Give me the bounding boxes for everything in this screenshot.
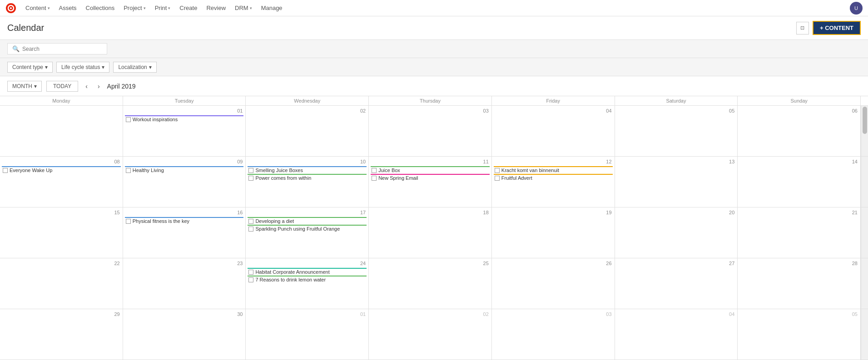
header-thursday: Thursday: [369, 96, 492, 105]
day-cell: 08 Everyone Wake Up: [0, 157, 123, 207]
day-cell: 01: [246, 309, 369, 360]
month-view-button[interactable]: MONTH ▾: [7, 81, 42, 92]
day-cell: 03: [369, 106, 492, 156]
day-cell: 05: [738, 309, 861, 360]
chevron-down-icon: ▾: [48, 6, 50, 10]
search-input[interactable]: [22, 46, 95, 52]
avatar[interactable]: U: [850, 2, 863, 15]
chevron-down-icon: ▾: [168, 6, 170, 10]
day-cell: 26: [492, 258, 615, 309]
checkbox[interactable]: [248, 219, 253, 224]
day-cell: 25: [369, 258, 492, 309]
month-label: April 2019: [107, 83, 136, 90]
calendar-item[interactable]: Sparkling Punch using Fruitful Orange: [248, 225, 367, 232]
day-cell: 23: [123, 258, 246, 309]
day-cell: 30: [123, 309, 246, 360]
calendar-item[interactable]: 7 Reasons to drink lemon water: [248, 276, 367, 283]
checkbox[interactable]: [372, 176, 377, 181]
nav-print[interactable]: Print ▾: [155, 5, 171, 11]
calendar-item[interactable]: Power comes from within: [248, 174, 367, 181]
localization-filter[interactable]: Localization ▾: [113, 62, 156, 73]
nav-manage[interactable]: Manage: [261, 5, 283, 11]
week-row: 08 Everyone Wake Up 09 Healthy Living 10…: [0, 157, 868, 207]
day-cell: 12 Kracht komt van binnenuit Fruitful Ad…: [492, 157, 615, 207]
header-scroll: [861, 96, 868, 105]
chevron-down-icon: ▾: [45, 64, 48, 70]
nav-content[interactable]: Content ▾: [25, 5, 50, 11]
content-type-filter[interactable]: Content type ▾: [7, 62, 53, 73]
week-row: 22 23 24 Habitat Corporate Announcement …: [0, 258, 868, 309]
day-cell: 19: [492, 207, 615, 258]
calendar-item[interactable]: New Spring Email: [371, 174, 490, 181]
lifecycle-filter[interactable]: Life cycle status ▾: [56, 62, 109, 73]
chevron-down-icon: ▾: [250, 6, 252, 10]
checkbox[interactable]: [495, 176, 500, 181]
day-cell: [0, 106, 123, 156]
nav-project[interactable]: Project ▾: [124, 5, 145, 11]
scrollbar-col: [861, 258, 868, 309]
checkbox[interactable]: [126, 219, 131, 224]
app-logo[interactable]: [5, 3, 16, 14]
day-cell: 03: [492, 309, 615, 360]
checkbox[interactable]: [248, 277, 253, 282]
view-toggle-button[interactable]: ⊡: [796, 22, 809, 35]
header-wednesday: Wednesday: [246, 96, 369, 105]
add-content-button[interactable]: + CONTENT: [813, 21, 861, 35]
prev-month-button[interactable]: ‹: [83, 82, 90, 91]
checkbox[interactable]: [3, 168, 8, 173]
svg-point-2: [10, 7, 12, 9]
calendar-item[interactable]: Physical fitness is the key: [125, 217, 244, 224]
calendar-item[interactable]: Healthy Living: [125, 166, 244, 173]
scrollbar-col: [861, 207, 868, 258]
search-box[interactable]: 🔍: [7, 43, 107, 54]
today-button[interactable]: TODAY: [46, 81, 78, 92]
calendar-toolbar: MONTH ▾ TODAY ‹ › April 2019: [0, 76, 868, 96]
day-cell: 06: [738, 106, 861, 156]
checkbox[interactable]: [248, 176, 253, 181]
day-cell: 11 Juice Box New Spring Email: [369, 157, 492, 207]
chevron-down-icon: ▾: [149, 64, 152, 70]
calendar-item[interactable]: Smelling Juice Boxes: [248, 166, 367, 173]
calendar-grid: Monday Tuesday Wednesday Thursday Friday…: [0, 96, 868, 360]
calendar-item[interactable]: Everyone Wake Up: [2, 166, 121, 173]
nav-collections[interactable]: Collections: [86, 5, 115, 11]
next-month-button[interactable]: ›: [95, 82, 103, 91]
checkbox[interactable]: [248, 270, 253, 275]
checkbox[interactable]: [126, 117, 131, 122]
calendar-item[interactable]: Workout inspirations: [125, 115, 244, 123]
checkbox[interactable]: [126, 168, 131, 173]
search-icon: 🔍: [12, 45, 20, 52]
page-title: Calendar: [7, 23, 44, 33]
calendar-item[interactable]: Kracht komt van binnenuit: [494, 166, 613, 173]
weeks-container: 01 Workout inspirations 02 03 04 05 06: [0, 106, 868, 360]
header-friday: Friday: [492, 96, 615, 105]
day-cell: 27: [615, 258, 738, 309]
nav-assets[interactable]: Assets: [59, 5, 77, 11]
day-cell: 05: [615, 106, 738, 156]
week-row: 15 16 Physical fitness is the key 17 Dev…: [0, 207, 868, 258]
day-headers: Monday Tuesday Wednesday Thursday Friday…: [0, 96, 868, 106]
nav-review[interactable]: Review: [206, 5, 226, 11]
header-saturday: Saturday: [615, 96, 738, 105]
calendar-item[interactable]: Habitat Corporate Announcement: [248, 268, 367, 275]
day-cell: 20: [615, 207, 738, 258]
nav-drm[interactable]: DRM ▾: [235, 5, 252, 11]
calendar-item[interactable]: Fruitful Advert: [494, 174, 613, 181]
calendar-item[interactable]: Juice Box: [371, 166, 490, 173]
calendar-item[interactable]: Developing a diet: [248, 217, 367, 224]
day-cell: 28: [738, 258, 861, 309]
header-actions: ⊡ + CONTENT: [796, 21, 861, 35]
day-cell: 24 Habitat Corporate Announcement 7 Reas…: [246, 258, 369, 309]
checkbox[interactable]: [372, 168, 377, 173]
nav-create[interactable]: Create: [179, 5, 197, 11]
header-tuesday: Tuesday: [123, 96, 246, 105]
page-header: Calendar ⊡ + CONTENT: [0, 16, 868, 40]
scrollbar-thumb[interactable]: [863, 107, 867, 134]
checkbox[interactable]: [495, 168, 500, 173]
checkbox[interactable]: [248, 168, 253, 173]
day-cell: 15: [0, 207, 123, 258]
day-cell: 01 Workout inspirations: [123, 106, 246, 156]
week-row: 29 30 01 02 03 04 05: [0, 309, 868, 360]
day-cell: 09 Healthy Living: [123, 157, 246, 207]
checkbox[interactable]: [248, 227, 253, 232]
